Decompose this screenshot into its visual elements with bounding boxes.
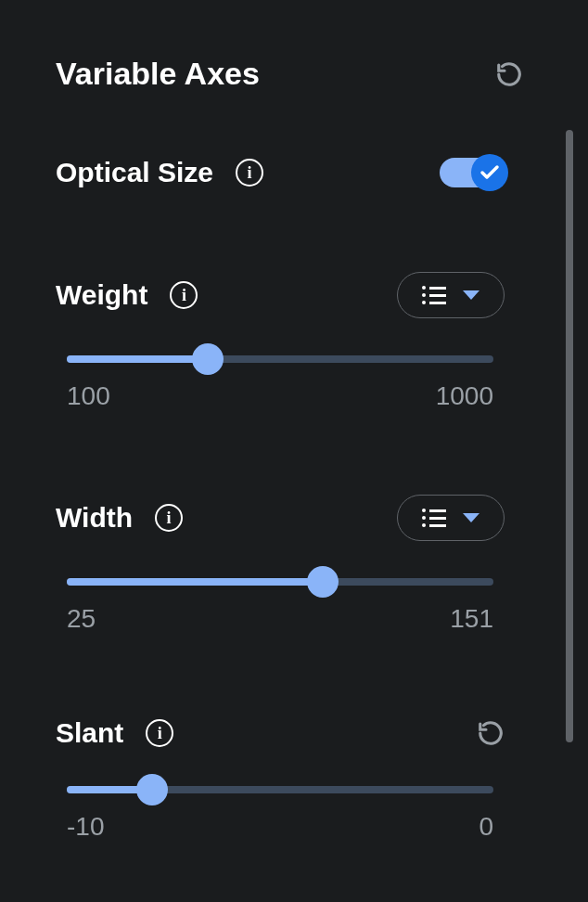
axis-slant: Slant i -10 0 — [56, 717, 551, 842]
chevron-down-icon — [463, 290, 479, 300]
axis-label-weight: Weight — [56, 279, 147, 311]
slant-min-label: -10 — [67, 812, 104, 842]
weight-slider[interactable] — [67, 355, 493, 363]
axis-weight: Weight i 100 1000 — [56, 272, 551, 411]
slant-slider[interactable] — [67, 786, 493, 793]
axis-width: Width i 25 151 — [56, 495, 551, 634]
info-icon[interactable]: i — [146, 719, 173, 747]
axis-optical-size: Optical Size i — [56, 157, 551, 188]
weight-preset-dropdown[interactable] — [397, 272, 505, 318]
axis-label-slant: Slant — [56, 717, 123, 749]
weight-min-label: 100 — [67, 381, 110, 411]
slider-thumb[interactable] — [192, 343, 224, 375]
width-max-label: 151 — [450, 604, 493, 634]
reset-icon[interactable] — [495, 60, 523, 88]
slant-max-label: 0 — [479, 812, 493, 842]
width-slider[interactable] — [67, 578, 493, 586]
reset-icon[interactable] — [477, 719, 505, 747]
info-icon[interactable]: i — [170, 281, 198, 309]
info-icon[interactable]: i — [236, 159, 263, 187]
optical-size-toggle[interactable] — [440, 158, 505, 187]
panel-header: Variable Axes — [56, 56, 551, 92]
slider-fill — [67, 355, 208, 363]
panel-title: Variable Axes — [56, 56, 260, 92]
slider-fill — [67, 578, 323, 586]
width-preset-dropdown[interactable] — [397, 495, 505, 541]
list-icon — [422, 286, 446, 304]
info-icon[interactable]: i — [155, 504, 183, 532]
axis-label-optical-size: Optical Size — [56, 157, 213, 188]
variable-axes-panel: Variable Axes Optical Size i — [0, 0, 588, 902]
list-icon — [422, 509, 446, 527]
weight-max-label: 1000 — [436, 381, 493, 411]
slider-thumb[interactable] — [307, 566, 339, 598]
width-min-label: 25 — [67, 604, 96, 634]
slider-thumb[interactable] — [136, 774, 168, 805]
chevron-down-icon — [463, 513, 479, 522]
axis-label-width: Width — [56, 502, 133, 534]
scrollbar[interactable] — [566, 130, 573, 742]
toggle-knob — [471, 154, 508, 191]
